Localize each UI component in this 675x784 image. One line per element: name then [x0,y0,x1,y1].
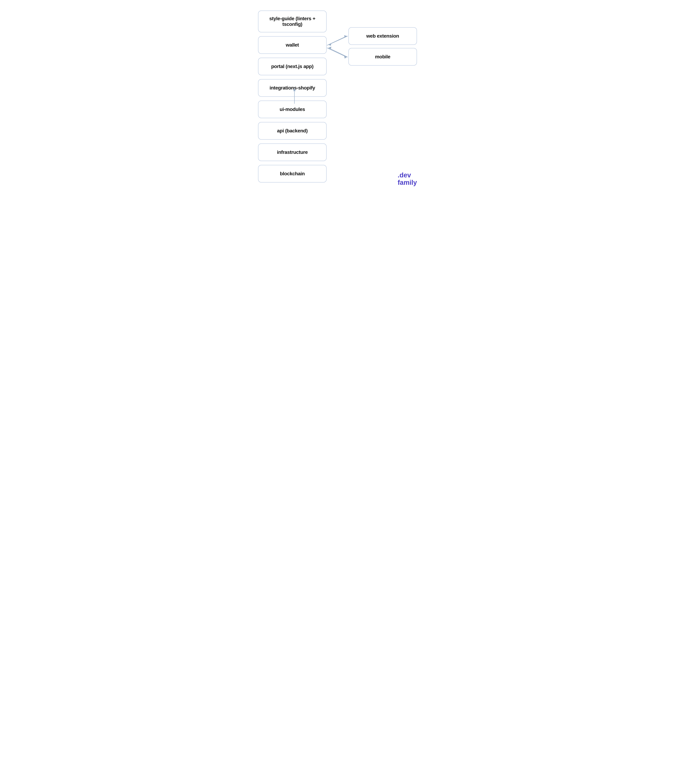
box-style-guide-label: style-guide (linters + tsconfig) [262,16,323,27]
svg-marker-3 [344,56,347,59]
svg-line-4 [328,36,348,45]
box-ui-modules: ui-modules [258,101,327,118]
right-column: web extension mobile [348,27,417,65]
left-column: style-guide (linters + tsconfig) wallet … [258,11,327,182]
box-mobile-label: mobile [375,54,390,60]
box-portal: portal (next.js app) [258,58,327,75]
svg-line-2 [327,48,347,57]
box-blockchain-label: blockchain [280,171,305,177]
logo: .dev family [398,172,417,187]
diagram-container: style-guide (linters + tsconfig) wallet … [247,0,428,193]
box-web-extension-label: web extension [366,33,399,39]
box-style-guide: style-guide (linters + tsconfig) [258,11,327,33]
box-api-backend: api (backend) [258,122,327,140]
box-mobile: mobile [348,48,417,65]
logo-dot: .dev [398,172,411,179]
box-wallet: wallet [258,36,327,54]
box-integrations-shopify: integrations-shopify [258,79,327,97]
box-api-backend-label: api (backend) [277,128,308,134]
box-infrastructure-label: infrastructure [277,149,308,155]
box-infrastructure: infrastructure [258,143,327,161]
svg-marker-7 [328,47,331,49]
box-blockchain: blockchain [258,165,327,182]
svg-line-6 [328,48,348,57]
logo-family: family [398,179,417,187]
svg-line-0 [327,36,347,45]
box-wallet-label: wallet [286,42,299,48]
box-integrations-shopify-label: integrations-shopify [269,85,315,91]
svg-marker-5 [328,43,331,46]
box-portal-label: portal (next.js app) [271,64,313,69]
box-web-extension: web extension [348,27,417,45]
svg-marker-1 [344,35,347,38]
box-ui-modules-label: ui-modules [280,107,305,112]
